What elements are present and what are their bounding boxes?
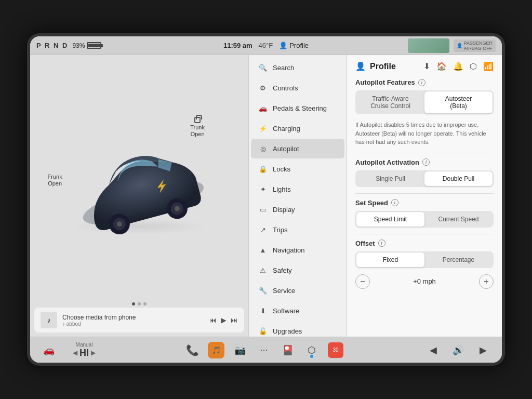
trunk-text: TrunkOpen [190, 124, 205, 138]
lock-icon [194, 117, 201, 123]
activation-text: Autopilot Activation [355, 158, 419, 166]
offset-toggle[interactable]: Fixed Percentage [355, 251, 494, 268]
lights-icon: ✦ [258, 184, 268, 194]
menu-label-controls: Controls [273, 84, 298, 92]
menu-item-pedals[interactable]: 🚗 Pedals & Steering [251, 98, 344, 118]
set-speed-info-icon[interactable]: i [391, 199, 398, 206]
trips-icon: ↗ [258, 225, 268, 234]
activation-label: Autopilot Activation i [355, 158, 494, 166]
menu-label-display: Display [273, 206, 295, 214]
speed-limit-btn[interactable]: Speed Limit [356, 212, 424, 227]
charging-icon: ⚡ [258, 124, 268, 133]
status-profile[interactable]: 👤 Profile [279, 42, 309, 49]
safety-icon: ⚠ [258, 265, 268, 275]
search-icon: 🔍 [258, 63, 268, 72]
frunk-text: FrunkOpen [48, 174, 62, 187]
display-icon: ▭ [258, 205, 268, 214]
menu-item-navigation[interactable]: ▲ Navigation [251, 240, 344, 260]
menu-item-service[interactable]: 🔧 Service [251, 281, 344, 300]
status-right: 👤 PASSENGERAIRBAG OFF [408, 38, 496, 53]
battery-percent: 93% [72, 42, 85, 49]
autosteer-btn[interactable]: Autosteer(Beta) [424, 91, 493, 113]
offset-text: Offset [355, 240, 375, 247]
set-speed-text: Set Speed [355, 199, 388, 207]
settings-icon-row: ⬇ 🏠 🔔 ⬡ 📶 [423, 61, 494, 71]
taskbar-center: 📞 🎵 📷 ··· 🎴 ⬡ 30 [109, 340, 419, 360]
profile-label: Profile [289, 42, 309, 49]
calendar-icon: 30 [328, 342, 343, 358]
cards-btn[interactable]: 🎴 [277, 340, 298, 360]
location-icon[interactable]: 🏠 [436, 61, 447, 71]
profile-person-icon: 👤 [279, 42, 287, 49]
double-pull-btn[interactable]: Double Pull [424, 171, 493, 186]
current-speed-btn[interactable]: Current Speed [424, 212, 493, 227]
menu-item-charging[interactable]: ⚡ Charging [251, 118, 344, 138]
download-icon[interactable]: ⬇ [423, 61, 430, 71]
speed-decrease-btn[interactable]: − [355, 274, 370, 289]
calendar-btn[interactable]: 30 [325, 340, 346, 360]
status-temp: 46°F [259, 42, 273, 49]
menu-item-upgrades[interactable]: 🔓 Upgrades [251, 321, 344, 337]
menu-item-locks[interactable]: 🔒 Locks [251, 159, 344, 179]
bluetooth-dot [310, 355, 313, 358]
menu-item-safety[interactable]: ⚠ Safety [251, 260, 344, 280]
menu-item-controls[interactable]: ⚙ Controls [251, 78, 344, 98]
menu-item-display[interactable]: ▭ Display [251, 200, 344, 219]
signal-icon[interactable]: 📶 [483, 61, 494, 71]
autopilot-mode-toggle[interactable]: Traffic-AwareCruise Control Autosteer(Be… [355, 90, 494, 114]
airbag-badge: 👤 PASSENGERAIRBAG OFF [454, 39, 496, 52]
volume-btn[interactable]: 🔊 [448, 340, 469, 360]
single-pull-btn[interactable]: Single Pull [356, 171, 424, 186]
menu-label-locks: Locks [273, 165, 290, 173]
car-labels: FrunkOpen TrunkOpen [30, 55, 248, 337]
bluetooth-btn[interactable]: ⬡ [301, 340, 322, 360]
controls-icon: ⚙ [258, 83, 268, 92]
menu-label-upgrades: Upgrades [273, 327, 302, 335]
menu-label-trips: Trips [273, 226, 287, 234]
traffic-aware-btn[interactable]: Traffic-AwareCruise Control [356, 91, 424, 113]
menu-item-lights[interactable]: ✦ Lights [251, 179, 344, 199]
autopilot-info-icon[interactable]: i [418, 79, 425, 86]
autopilot-features-text: Autopilot Features [355, 78, 415, 86]
calendar-number: 30 [332, 347, 338, 353]
speed-toggle[interactable]: Speed Limit Current Speed [355, 211, 494, 228]
divider-2 [355, 193, 494, 194]
offset-label: Offset i [355, 240, 494, 247]
car-view-btn[interactable]: 🚗 [38, 340, 59, 360]
menu-item-autopilot[interactable]: ◎ Autopilot [251, 139, 344, 158]
battery-indicator: 93% [72, 42, 101, 49]
profile-icon-large: 👤 [355, 61, 366, 71]
activation-toggle[interactable]: Single Pull Double Pull [355, 170, 494, 187]
menu-panel: 🔍 Search ⚙ Controls 🚗 Pedals & Steering … [248, 55, 347, 337]
activation-info-icon[interactable]: i [422, 158, 430, 166]
camera-btn[interactable]: 📷 [230, 340, 250, 360]
nav-right-btn[interactable]: ▶ [473, 340, 494, 360]
passenger-icon: 👤 [457, 43, 462, 48]
speed-control: − +0 mph + [355, 274, 494, 289]
status-time: 11:59 am [223, 42, 252, 49]
more-btn[interactable]: ··· [254, 340, 274, 360]
gear-selector[interactable]: Manual ◀ HI ▶ [63, 340, 105, 360]
offset-info-icon[interactable]: i [378, 240, 385, 247]
prnd-display: P R N D [36, 42, 68, 49]
settings-header: 👤 Profile ⬇ 🏠 🔔 ⬡ 📶 [355, 61, 494, 71]
percentage-btn[interactable]: Percentage [424, 252, 493, 267]
menu-label-software: Software [273, 307, 299, 315]
bluetooth-settings-icon[interactable]: ⬡ [470, 61, 477, 71]
upgrades-icon: 🔓 [258, 326, 268, 336]
car-icon: 🚗 [43, 344, 55, 356]
music-btn[interactable]: 🎵 [206, 340, 227, 360]
autopilot-icon: ◎ [258, 144, 268, 153]
fixed-btn[interactable]: Fixed [356, 252, 424, 267]
menu-item-trips[interactable]: ↗ Trips [251, 220, 344, 240]
menu-label-service: Service [273, 287, 295, 295]
map-thumbnail [408, 38, 449, 53]
pedals-icon: 🚗 [258, 103, 268, 113]
phone-btn[interactable]: 📞 [182, 340, 203, 360]
nav-left-btn[interactable]: ◀ [423, 340, 444, 360]
menu-item-search[interactable]: 🔍 Search [251, 58, 344, 77]
speed-increase-btn[interactable]: + [479, 274, 494, 289]
bell-icon[interactable]: 🔔 [453, 61, 463, 71]
menu-item-software[interactable]: ⬇ Software [251, 301, 344, 321]
car-panel: FrunkOpen TrunkOpen [30, 55, 248, 337]
